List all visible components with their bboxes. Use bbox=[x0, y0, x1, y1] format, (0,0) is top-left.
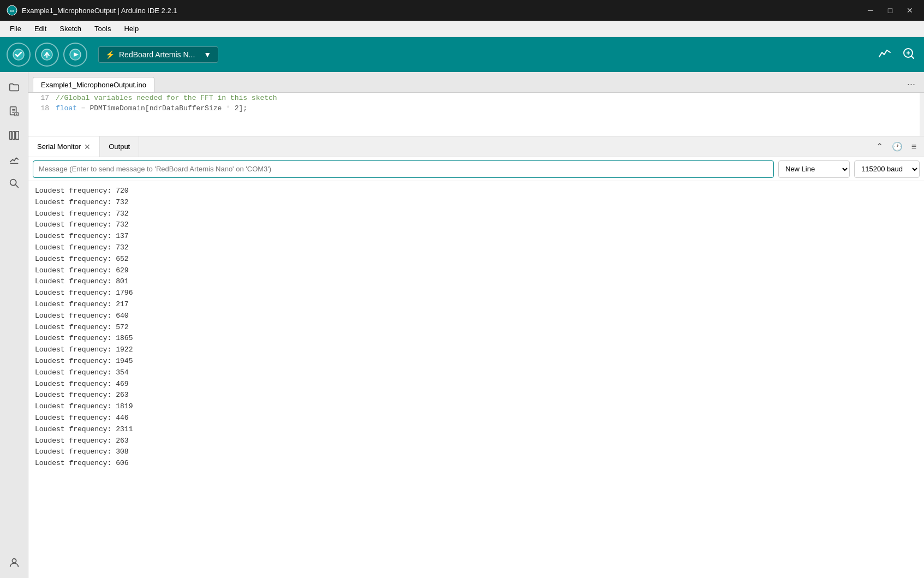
menu-help[interactable]: Help bbox=[118, 22, 144, 35]
tab-output[interactable]: Output bbox=[100, 136, 139, 157]
search-icon bbox=[8, 177, 20, 189]
libraries-icon bbox=[8, 129, 20, 141]
upload-button[interactable] bbox=[35, 43, 59, 67]
tab-serial-monitor[interactable]: Serial Monitor ✕ bbox=[28, 136, 100, 157]
debug-icon bbox=[69, 49, 81, 61]
code-scrollbar[interactable] bbox=[920, 93, 924, 136]
svg-rect-20 bbox=[15, 132, 19, 140]
boards-icon bbox=[8, 153, 20, 165]
sidebar-item-sketch[interactable] bbox=[3, 100, 25, 122]
sidebar bbox=[0, 72, 28, 578]
editor-tab-more[interactable]: ··· bbox=[903, 76, 920, 92]
editor-tab-main[interactable]: Example1_MicrophoneOutput.ino bbox=[33, 77, 154, 92]
title-bar-left: ∞ Example1_MicrophoneOutput | Arduino ID… bbox=[7, 5, 177, 16]
line-content-17: //Global variables needed for the FFT in… bbox=[56, 94, 924, 102]
code-editor[interactable]: 17 //Global variables needed for the FFT… bbox=[28, 93, 924, 136]
board-dropdown-arrow: ▼ bbox=[204, 50, 211, 59]
minimize-button[interactable]: ─ bbox=[863, 4, 878, 16]
editor-tab-label: Example1_MicrophoneOutput.ino bbox=[41, 81, 146, 89]
board-selector[interactable]: ⚡ RedBoard Artemis N... ▼ bbox=[98, 46, 218, 63]
serial-output-line: Loudest frequency: 1922 bbox=[35, 344, 917, 356]
menu-edit[interactable]: Edit bbox=[29, 22, 52, 35]
serial-output-line: Loudest frequency: 263 bbox=[35, 436, 917, 447]
line-content-18: float = PDMTimeDomain[ndrDataBufferSize … bbox=[56, 104, 924, 112]
line-number-17: 17 bbox=[28, 94, 56, 102]
serial-output-line: Loudest frequency: 446 bbox=[35, 413, 917, 424]
collapse-button[interactable]: ⌃ bbox=[873, 139, 886, 154]
serial-output-line: Loudest frequency: 801 bbox=[35, 276, 917, 288]
main-layout: Example1_MicrophoneOutput.ino ··· 17 //G… bbox=[0, 72, 924, 578]
title-bar-controls: ─ □ ✕ bbox=[863, 4, 917, 16]
baud-rate-select[interactable]: 300 baud1200 baud2400 baud4800 baud9600 … bbox=[854, 160, 920, 178]
title-bar: ∞ Example1_MicrophoneOutput | Arduino ID… bbox=[0, 0, 924, 21]
serial-monitor-tab-label: Serial Monitor bbox=[37, 142, 81, 151]
line-number-18: 18 bbox=[28, 104, 56, 112]
serial-output-line: Loudest frequency: 137 bbox=[35, 231, 917, 242]
serial-output-line: Loudest frequency: 1819 bbox=[35, 401, 917, 413]
serial-output-line: Loudest frequency: 629 bbox=[35, 265, 917, 277]
serial-output-line: Loudest frequency: 263 bbox=[35, 390, 917, 401]
menu-tools[interactable]: Tools bbox=[89, 22, 116, 35]
serial-tabs-right: ⌃ 🕐 ≡ bbox=[868, 136, 924, 157]
sidebar-item-boards[interactable] bbox=[3, 148, 25, 170]
serial-output-line: Loudest frequency: 1865 bbox=[35, 333, 917, 344]
serial-panel: Serial Monitor ✕ Output ⌃ 🕐 ≡ No Line En… bbox=[28, 136, 924, 578]
serial-monitor-tab-close[interactable]: ✕ bbox=[84, 143, 91, 151]
svg-text:∞: ∞ bbox=[10, 8, 14, 14]
debug-button[interactable] bbox=[63, 43, 87, 67]
serial-output-line: Loudest frequency: 732 bbox=[35, 242, 917, 254]
menu-file[interactable]: File bbox=[4, 22, 27, 35]
svg-point-22 bbox=[10, 180, 16, 186]
output-tab-label: Output bbox=[109, 142, 130, 151]
code-line-18: 18 float = PDMTimeDomain[ndrDataBufferSi… bbox=[28, 103, 924, 114]
serial-monitor-icon bbox=[902, 47, 915, 60]
serial-output-line: Loudest frequency: 640 bbox=[35, 311, 917, 322]
serial-output-line: Loudest frequency: 732 bbox=[35, 208, 917, 220]
serial-output-line: Loudest frequency: 606 bbox=[35, 458, 917, 469]
upload-icon bbox=[41, 49, 53, 61]
serial-output-line: Loudest frequency: 720 bbox=[35, 186, 917, 197]
autoscroll-button[interactable]: ≡ bbox=[908, 140, 920, 154]
serial-output-line: Loudest frequency: 469 bbox=[35, 379, 917, 390]
sidebar-item-search[interactable] bbox=[3, 172, 25, 194]
svg-rect-18 bbox=[9, 132, 11, 140]
serial-output-line: Loudest frequency: 217 bbox=[35, 299, 917, 311]
title-bar-title: Example1_MicrophoneOutput | Arduino IDE … bbox=[22, 7, 177, 15]
sidebar-item-libraries[interactable] bbox=[3, 124, 25, 146]
serial-output-line: Loudest frequency: 2311 bbox=[35, 424, 917, 436]
user-icon bbox=[8, 557, 20, 569]
folder-icon bbox=[8, 81, 20, 93]
plotter-button[interactable] bbox=[876, 45, 893, 65]
editor-tabs: Example1_MicrophoneOutput.ino ··· bbox=[28, 72, 924, 93]
usb-icon: ⚡ bbox=[105, 50, 115, 59]
serial-output-line: Loudest frequency: 572 bbox=[35, 322, 917, 333]
menu-bar: File Edit Sketch Tools Help bbox=[0, 21, 924, 37]
close-button[interactable]: ✕ bbox=[902, 4, 917, 16]
serial-output-line: Loudest frequency: 308 bbox=[35, 446, 917, 458]
serial-output-line: Loudest frequency: 732 bbox=[35, 219, 917, 231]
line-ending-select[interactable]: No Line EndingNewlineCarriage ReturnNew … bbox=[778, 160, 850, 178]
sidebar-item-user[interactable] bbox=[3, 552, 25, 574]
toolbar-right bbox=[876, 45, 917, 65]
message-input[interactable] bbox=[33, 160, 774, 178]
serial-output-line: Loudest frequency: 1796 bbox=[35, 288, 917, 299]
content-area: Example1_MicrophoneOutput.ino ··· 17 //G… bbox=[28, 72, 924, 578]
serial-tabs: Serial Monitor ✕ Output ⌃ 🕐 ≡ bbox=[28, 136, 924, 157]
sidebar-item-files[interactable] bbox=[3, 76, 25, 98]
svg-line-23 bbox=[15, 185, 18, 188]
code-line-17: 17 //Global variables needed for the FFT… bbox=[28, 93, 924, 103]
timestamp-button[interactable]: 🕐 bbox=[889, 139, 906, 154]
serial-output-line: Loudest frequency: 1945 bbox=[35, 356, 917, 367]
plotter-icon bbox=[878, 47, 891, 60]
sketch-icon bbox=[8, 105, 20, 117]
serial-monitor-button[interactable] bbox=[900, 45, 917, 65]
serial-output-line: Loudest frequency: 652 bbox=[35, 254, 917, 265]
message-row: No Line EndingNewlineCarriage ReturnNew … bbox=[28, 157, 924, 181]
svg-point-24 bbox=[12, 559, 16, 563]
menu-sketch[interactable]: Sketch bbox=[54, 22, 87, 35]
board-name: RedBoard Artemis N... bbox=[119, 50, 195, 59]
app-logo: ∞ bbox=[7, 5, 17, 16]
maximize-button[interactable]: □ bbox=[883, 4, 898, 16]
serial-output[interactable]: Loudest frequency: 720Loudest frequency:… bbox=[28, 181, 924, 578]
verify-button[interactable] bbox=[7, 43, 31, 67]
